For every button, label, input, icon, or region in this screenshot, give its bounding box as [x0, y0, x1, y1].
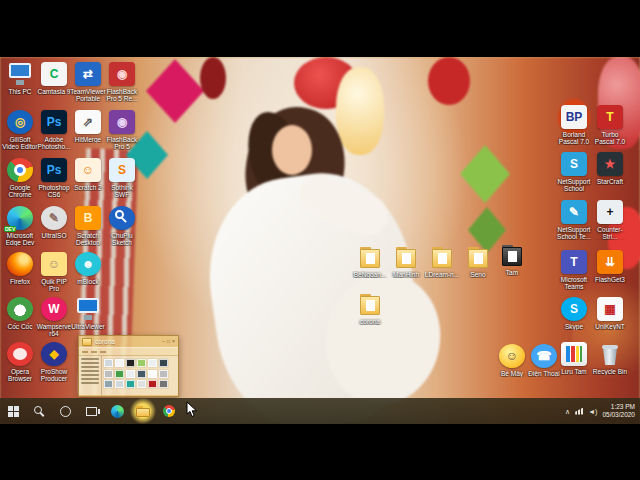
folder-tam[interactable]: Tam: [494, 243, 530, 276]
app-icon: +: [597, 200, 623, 224]
netsupport-school-tutor[interactable]: S NetSupport School Tut...: [556, 152, 592, 192]
wampserver[interactable]: W Wampserver64: [36, 297, 72, 337]
file-icon[interactable]: [148, 380, 157, 388]
folder-bengoan[interactable]: BeNgoan...: [352, 245, 388, 278]
desktop[interactable]: This PC C Camtasia 9 ⇄ TeamViewer Portab…: [0, 57, 640, 424]
cortana-button[interactable]: [52, 398, 78, 424]
opera-browser[interactable]: Opera Browser: [2, 342, 38, 382]
app-icon: [465, 245, 491, 269]
starcraft[interactable]: ★ StarCraft: [592, 152, 628, 185]
file-icon[interactable]: [104, 380, 113, 388]
this-pc[interactable]: This PC: [2, 62, 38, 95]
scratch-desktop[interactable]: B Scratch Desktop: [70, 206, 106, 246]
window-controls[interactable]: – □ ×: [162, 339, 175, 344]
file-icon[interactable]: [126, 359, 135, 367]
start-icon: [8, 406, 13, 411]
mblock[interactable]: ☻ mBlock: [70, 252, 106, 285]
task-view-button[interactable]: [78, 398, 104, 424]
hitmerge[interactable]: ⇗ HitMerge: [70, 110, 106, 143]
file-icon[interactable]: [159, 380, 168, 388]
file-list[interactable]: [102, 356, 178, 395]
netsupport-school-tech[interactable]: ✎ NetSupport School Te...: [556, 200, 592, 240]
adobe-photoshop[interactable]: Ps Adobe Photosho...: [36, 110, 72, 150]
volume-icon[interactable]: ◄): [588, 408, 597, 415]
file-icon[interactable]: [137, 359, 146, 367]
file-icon[interactable]: [159, 370, 168, 378]
icon-label: Quik PIP Pro: [36, 278, 72, 292]
folder-ldream[interactable]: LDream-n...: [424, 245, 460, 278]
navigation-pane[interactable]: [79, 356, 102, 395]
file-icon[interactable]: [115, 370, 124, 378]
letterbox-bottom: [0, 424, 640, 480]
explorer-window[interactable]: corona – □ ×: [78, 335, 179, 397]
file-search[interactable]: ChuPlu Sketch: [104, 206, 140, 246]
tray-chevron-up-icon[interactable]: ∧: [565, 408, 570, 415]
window-toolbar[interactable]: [79, 347, 178, 356]
ultraviewer[interactable]: UltraViewer: [70, 297, 106, 330]
unikey-nt[interactable]: ▦ UniKeyNT: [592, 297, 628, 330]
chrome-taskbar-button[interactable]: [156, 398, 182, 424]
borland-pascal[interactable]: BP Borland Pascal 7.0: [556, 105, 592, 145]
app-icon: S: [561, 152, 587, 176]
file-icon[interactable]: [115, 359, 124, 367]
network-icon[interactable]: [575, 408, 583, 415]
app-icon: T: [561, 250, 587, 274]
file-explorer-taskbar-button[interactable]: [130, 398, 156, 424]
minimize-button[interactable]: –: [162, 339, 165, 344]
icon-label: StarCraft: [592, 178, 628, 185]
taskbar-items: [0, 398, 182, 424]
flashget3[interactable]: ⇊ FlashGet3: [592, 250, 628, 283]
start-button[interactable]: [0, 398, 26, 424]
icon-label: Cốc Cốc: [2, 323, 38, 330]
file-icon[interactable]: [126, 370, 135, 378]
file-icon[interactable]: [104, 359, 113, 367]
google-chrome[interactable]: Google Chrome: [2, 158, 38, 198]
folder-manhinh[interactable]: ManHinh: [388, 245, 424, 278]
file-icon[interactable]: [148, 370, 157, 378]
maximize-button[interactable]: □: [167, 339, 170, 344]
be-may[interactable]: ☺ Bé Mây: [494, 344, 530, 377]
firefox[interactable]: Firefox: [2, 252, 38, 285]
microsoft-teams[interactable]: T Microsoft Teams: [556, 250, 592, 290]
luu-tam[interactable]: Lưu Tam: [556, 342, 592, 375]
icon-label: NetSupport School Te...: [556, 226, 592, 240]
file-icon[interactable]: [104, 370, 113, 378]
file-icon[interactable]: [159, 359, 168, 367]
file-icon[interactable]: [126, 380, 135, 388]
flashback-pro-player[interactable]: ◉ FlashBack Pro 5 Playe...: [104, 110, 140, 150]
turbo-pascal[interactable]: T Turbo Pascal 7.0: [592, 105, 628, 145]
coc-coc[interactable]: Cốc Cốc: [2, 297, 38, 330]
letterbox-top: [0, 0, 640, 57]
skype[interactable]: S Skype: [556, 297, 592, 330]
file-icon[interactable]: [115, 380, 124, 388]
edge-taskbar-button[interactable]: [104, 398, 130, 424]
file-icon[interactable]: [148, 359, 157, 367]
search-button[interactable]: [26, 398, 52, 424]
app-icon: ☻: [75, 252, 101, 276]
recycle-bin[interactable]: Recycle Bin: [592, 342, 628, 375]
close-button[interactable]: ×: [172, 339, 175, 344]
folder-corona[interactable]: corona: [352, 292, 388, 325]
flashback-pro-recorder[interactable]: ◉ FlashBack Pro 5 Re...: [104, 62, 140, 102]
photoshop-cs6[interactable]: Ps Photoshop CS6: [36, 158, 72, 198]
quick-pip[interactable]: ☺ Quik PIP Pro: [36, 252, 72, 292]
file-icon[interactable]: [137, 380, 146, 388]
app-icon: [7, 252, 33, 276]
taskbar-clock[interactable]: 1:23 PM 05/03/2020: [602, 403, 635, 419]
icon-label: FlashGet3: [592, 276, 628, 283]
app-icon: [561, 342, 587, 366]
ultraiso[interactable]: ✎ UltraISO: [36, 206, 72, 239]
microsoft-edge-dev[interactable]: DEV Microsoft Edge Dev: [2, 206, 38, 246]
window-titlebar[interactable]: corona – □ ×: [79, 336, 178, 347]
app-icon: BP: [561, 105, 587, 129]
counter-strike[interactable]: + Counter-Stri... WaRzOnE: [592, 200, 628, 240]
folder-seno[interactable]: Seno: [460, 245, 496, 278]
teamviewer-portable[interactable]: ⇄ TeamViewer Portable: [70, 62, 106, 102]
swf-decompiler[interactable]: S Sothink SWF Decompiler: [104, 158, 140, 198]
app-icon: ◉: [109, 110, 135, 134]
file-icon[interactable]: [137, 370, 146, 378]
video-editor[interactable]: ◎ GiliSoft Video Editor 1.3.5: [2, 110, 38, 150]
camtasia[interactable]: C Camtasia 9: [36, 62, 72, 95]
scratch-2[interactable]: ☺ Scratch 2: [70, 158, 106, 191]
proshow-producer[interactable]: ◆ ProShow Producer: [36, 342, 72, 382]
